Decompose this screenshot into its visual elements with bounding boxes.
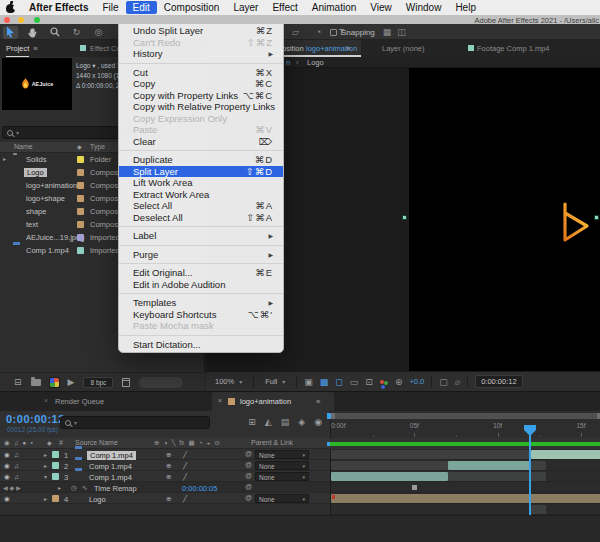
menubar-item-edit[interactable]: Edit xyxy=(126,1,157,14)
window-titlebar[interactable]: Adobe After Effects 2021 - /Users/alic xyxy=(0,15,600,24)
parent-pickwhip-icon[interactable]: @ xyxy=(245,461,252,468)
snap-guides-icon[interactable]: ◫ xyxy=(397,27,406,37)
new-composition-icon[interactable] xyxy=(50,378,59,387)
graph-icon[interactable]: ∿ xyxy=(82,484,87,492)
project-item-name[interactable]: Solids xyxy=(26,155,46,164)
menubar-item-window[interactable]: Window xyxy=(399,1,449,14)
project-flowchart-icon[interactable]: ▶ xyxy=(68,377,75,387)
label-color-swatch[interactable] xyxy=(52,495,59,502)
mini-flowchart-icon[interactable]: ⊞ xyxy=(248,417,256,427)
parent-dropdown[interactable]: None▾ xyxy=(255,472,309,481)
label-color-swatch[interactable] xyxy=(52,451,59,458)
playhead-marker[interactable] xyxy=(524,425,536,436)
work-area-bar[interactable] xyxy=(331,413,600,419)
menu-item-deselect-all[interactable]: Deselect All⇧⌘A xyxy=(119,212,283,224)
project-item-name[interactable]: logo+animation xyxy=(26,181,77,190)
tab-timeline-composition[interactable]: × logo+animation ≡ xyxy=(212,392,334,411)
clone-stamp-tool[interactable]: ◔ xyxy=(311,26,326,39)
quality-switch-icon[interactable]: ⊕ xyxy=(166,473,171,481)
layer-name[interactable]: Comp 1.mp4 xyxy=(87,451,136,460)
collapse-icon[interactable]: ╲ xyxy=(171,439,175,447)
draft-3d-icon[interactable]: ◭ xyxy=(265,417,272,427)
parent-pickwhip-icon[interactable]: @ xyxy=(245,472,252,479)
menu-item-clear[interactable]: Clear⌦ xyxy=(119,136,283,148)
menu-item-split-layer[interactable]: Split Layer⇧⌘D xyxy=(119,166,283,178)
close-window-button[interactable] xyxy=(4,17,10,23)
project-item-name[interactable]: Logo xyxy=(24,168,47,177)
frame-blending-icon[interactable]: ◈ xyxy=(298,417,305,427)
zoom-window-button[interactable] xyxy=(34,17,40,23)
twirl-icon[interactable]: ▸ xyxy=(44,462,47,469)
layer-handle-right[interactable] xyxy=(594,215,599,220)
layer-name[interactable]: Logo xyxy=(89,495,106,504)
label-color-swatch[interactable] xyxy=(52,462,59,469)
tab-project[interactable]: Project≡ xyxy=(6,44,38,53)
video-visibility-icon[interactable]: ◉ xyxy=(4,439,10,447)
brush-tool[interactable]: ▱ xyxy=(288,26,303,39)
menu-item-copy-with-property-links[interactable]: Copy with Property Links⌥⌘C xyxy=(119,90,283,102)
resolution-dropdown[interactable]: Full▾ xyxy=(261,376,289,387)
close-icon[interactable]: × xyxy=(44,397,48,404)
project-item-name[interactable]: logo+shape xyxy=(26,194,65,203)
shy-icon[interactable]: ◑ xyxy=(163,439,167,447)
label-color-swatch[interactable] xyxy=(77,156,84,163)
menu-item-history[interactable]: History▶ xyxy=(119,48,283,60)
project-item-name[interactable]: shape xyxy=(26,207,46,216)
apple-menu-icon[interactable] xyxy=(6,2,16,13)
property-name[interactable]: Time Remap xyxy=(94,484,137,493)
menu-item-undo-split-layer[interactable]: Undo Split Layer⌘Z xyxy=(119,25,283,37)
layer-visibility-icon[interactable]: ◉ xyxy=(4,473,10,481)
keyframe-navigator[interactable]: ◀◆▶ xyxy=(3,484,23,491)
parent-pickwhip-icon[interactable]: @ xyxy=(245,494,252,501)
menu-item-cut[interactable]: Cut⌘X xyxy=(119,67,283,79)
label-color-swatch[interactable] xyxy=(77,208,84,215)
snap-grid-icon[interactable]: ▦ xyxy=(383,27,392,37)
interpret-footage-icon[interactable]: ⊟ xyxy=(14,377,22,387)
label-color-swatch[interactable] xyxy=(77,195,84,202)
menubar-item-layer[interactable]: Layer xyxy=(226,1,265,14)
keyframe-marker[interactable] xyxy=(412,485,417,490)
view-layout-icon[interactable]: ⊡ xyxy=(365,377,373,387)
magnification-dropdown[interactable]: 100%▾ xyxy=(211,376,246,387)
quality-slash-icon[interactable]: ╱ xyxy=(183,473,187,481)
column-source-name[interactable]: Source Name xyxy=(75,439,118,446)
menu-item-start-dictation[interactable]: Start Dictation... xyxy=(119,339,283,351)
snapshot-icon[interactable]: ▢ xyxy=(439,377,448,387)
tab-layer[interactable]: Layer (none) xyxy=(382,44,425,53)
menu-item-select-all[interactable]: Select All⌘A xyxy=(119,200,283,212)
layer-duration-bar[interactable] xyxy=(531,505,546,514)
3d-view-icon[interactable]: ⌀ xyxy=(455,377,460,387)
minimize-window-button[interactable] xyxy=(18,17,24,23)
exposure-icon[interactable]: ⊛ xyxy=(395,377,403,387)
column-number[interactable]: # xyxy=(59,439,63,446)
property-value[interactable]: 0:00:00:05 xyxy=(182,484,217,493)
layer-duration-bar[interactable] xyxy=(331,472,448,481)
layer-duration-bar[interactable] xyxy=(531,461,546,470)
menu-item-templates[interactable]: Templates▶ xyxy=(119,297,283,309)
twirl-icon[interactable]: ▸ xyxy=(58,484,61,491)
label-color-swatch[interactable] xyxy=(77,182,84,189)
menu-item-copy[interactable]: Copy⌘C xyxy=(119,78,283,90)
quality-switch-icon[interactable]: ⊕ xyxy=(166,462,171,470)
label-column-icon[interactable]: ◆ xyxy=(47,439,52,446)
parent-dropdown[interactable]: None▾ xyxy=(255,461,309,470)
layer-name[interactable]: Comp 1.mp4 xyxy=(89,473,132,482)
menubar-item-after-effects[interactable]: After Effects xyxy=(22,1,95,14)
layer-handle-left[interactable] xyxy=(402,215,407,220)
layer-duration-bar[interactable] xyxy=(448,461,531,470)
exposure-value[interactable]: +0.0 xyxy=(409,377,424,386)
mask-visibility-icon[interactable]: ◻ xyxy=(335,377,342,387)
layer-visibility-icon[interactable]: ◉ xyxy=(4,451,10,459)
selection-tool[interactable] xyxy=(3,26,18,39)
frame-blend-icon[interactable]: ▦ xyxy=(188,439,194,447)
quality-slash-icon[interactable]: ╱ xyxy=(183,451,187,459)
current-timecode[interactable]: 0:00:00:12 xyxy=(6,413,65,425)
twirl-icon[interactable]: ▸ xyxy=(44,451,47,458)
menubar-item-composition[interactable]: Composition xyxy=(157,1,227,14)
preview-timecode[interactable]: 0:00:00:12 xyxy=(475,375,522,388)
layer-row-logo[interactable]: ◉▸4Logo⊕╱@None▾ xyxy=(0,493,330,504)
quality-slash-icon[interactable]: ╱ xyxy=(183,495,187,503)
playhead-line[interactable] xyxy=(529,425,531,515)
audio-icon[interactable]: ♫ xyxy=(14,439,19,447)
layer-audio-icon[interactable]: ♫ xyxy=(14,451,19,458)
